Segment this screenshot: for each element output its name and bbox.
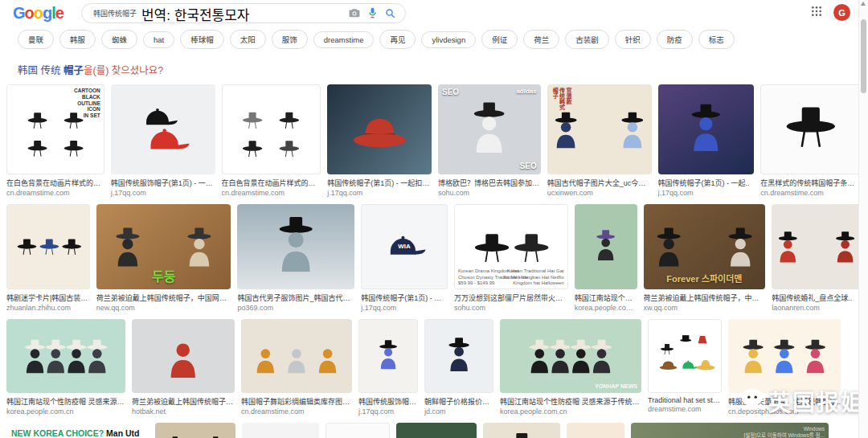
camera-icon[interactable]	[349, 8, 360, 18]
image-result[interactable]: SEOadidasSEO博格欧巴？博格巴去韩国参加活动，戴传统..sohu.co…	[438, 84, 541, 197]
scrollbar-thumb[interactable]	[861, 19, 866, 93]
google-logo[interactable]: Google	[13, 5, 63, 21]
image-result[interactable]: 韩国江南站现个性防疫帽 灵感来源于传统..korea.people.com.cn	[6, 319, 125, 415]
result-domain[interactable]: hotbak.net	[132, 407, 235, 415]
filter-chip[interactable]: 太阳	[230, 30, 266, 49]
filter-chip[interactable]: 韩服	[59, 30, 96, 49]
image-result[interactable]: 荷兰弟被迫戴上韩国传统帽子，中国网友：..hotbak.net	[132, 319, 235, 415]
result-thumbnail[interactable]: Windows [설정]으로 이동하여 Windows를 정...	[631, 423, 829, 438]
result-thumbnail[interactable]	[6, 204, 90, 289]
image-result[interactable]	[396, 423, 477, 438]
avatar[interactable]: G	[833, 4, 850, 21]
image-result[interactable]: 官道款 传统韩式 帽子韩国古代帽子图片大全_uc今日头条新..ucxinwen.…	[547, 84, 652, 197]
image-result[interactable]: Traditional hat set stock v..dreamstime.…	[648, 319, 722, 413]
result-thumbnail[interactable]: Korean Drama Kingdom Hat Choson Dynasty …	[454, 204, 568, 289]
filter-chip[interactable]: 古装剧	[565, 30, 609, 49]
result-domain[interactable]: korea.people.com.cn	[6, 407, 125, 415]
result-thumbnail[interactable]	[396, 423, 477, 438]
result-title[interactable]: 万万没想到这部僵尸片居然带火了它！_KI..	[454, 293, 568, 303]
image-result[interactable]: Forever 스파이더맨荷兰弟被迫戴上韩国传统帽子，中国网友：再见..xw.q…	[644, 204, 766, 312]
result-thumbnail[interactable]	[772, 204, 862, 289]
filter-chip[interactable]: 针织	[615, 30, 651, 49]
scroll-up-arrow[interactable]	[861, 2, 866, 6]
result-domain[interactable]: dreamstime.com	[648, 405, 722, 413]
filter-chip[interactable]: 防疫	[657, 30, 693, 49]
result-thumbnail[interactable]	[111, 84, 215, 174]
search-bar[interactable]: 韩国传统帽子 번역: 한국전통모자	[81, 3, 406, 23]
result-thumbnail[interactable]	[242, 423, 319, 438]
result-title[interactable]: 韩国传统婚礼_盘点全球..	[772, 293, 862, 303]
filter-chip[interactable]: 例证	[481, 30, 518, 49]
result-domain[interactable]: cn.dreamstime.com	[6, 189, 104, 197]
news-headline[interactable]: NEW KOREA CHOICE? Man Utd star Paul Pogb…	[6, 423, 149, 438]
result-domain[interactable]: new.qq.com	[96, 304, 231, 312]
mic-icon[interactable]	[368, 7, 377, 18]
image-result[interactable]: 韩剧迷学卡片|韩国古装剧里..zhuanlan.zhihu.com	[6, 204, 90, 312]
result-domain[interactable]: laonanren.com	[772, 304, 862, 312]
result-thumbnail[interactable]	[222, 84, 321, 174]
result-thumbnail[interactable]	[575, 204, 637, 289]
result-thumbnail[interactable]: YONHAP NEWS	[500, 319, 641, 393]
filter-chip[interactable]: 标志	[698, 30, 735, 49]
result-title[interactable]: 韩国传统服饰帽子(第1页)..	[358, 396, 418, 407]
result-thumbnail[interactable]: WIA	[361, 204, 448, 289]
filter-chip[interactable]: hat	[143, 31, 174, 48]
result-title[interactable]: 韩剧迷学卡片|韩国古装剧里..	[6, 293, 90, 303]
result-thumbnail[interactable]	[483, 423, 560, 438]
search-input[interactable]: 韩国传统帽子	[93, 8, 137, 18]
result-title[interactable]: 韩国传统帽子(第1页) - 一起扣扣网	[327, 178, 432, 188]
image-result[interactable]: YONHAP NEWS韩国江南站现个性防疫帽 灵感来源于传统书生帽-韩国..ko…	[500, 319, 641, 415]
result-thumbnail[interactable]	[760, 84, 862, 174]
image-result[interactable]	[326, 423, 390, 438]
filter-chip[interactable]: 曼联	[18, 30, 54, 49]
result-thumbnail[interactable]	[658, 84, 755, 174]
image-result[interactable]: 韩国传统服饰帽子(第1页)..j.17qq.com	[358, 319, 418, 415]
result-title[interactable]: 韩国传统服饰帽子(第1页) - 一起扣扣网	[111, 178, 215, 188]
scrollbar[interactable]	[858, 0, 868, 438]
result-domain[interactable]: cn.dreamstime.com	[222, 189, 321, 197]
result-domain[interactable]: korea.people.com.cn	[500, 407, 641, 415]
filter-chip[interactable]: ylivdesign	[421, 31, 476, 48]
image-result[interactable]: 在白色背景在动画片样式的传统韩..cn.dreamstime.com	[222, 84, 321, 197]
result-thumbnail[interactable]: 두둥	[96, 204, 231, 289]
suggestion-query[interactable]: 韩国 传统	[18, 65, 63, 76]
result-title[interactable]: 荷兰弟被迫戴上韩国传统帽子，中国网友：再见了..	[96, 293, 231, 303]
result-thumbnail[interactable]: SEOadidasSEO	[438, 84, 541, 174]
result-title[interactable]: 朝鲜帽子价格报价行情- ..	[424, 396, 493, 407]
filter-chip[interactable]: 服饰	[272, 30, 308, 49]
result-thumbnail[interactable]: 官道款 传统韩式 帽子	[547, 84, 652, 174]
result-thumbnail[interactable]	[155, 423, 235, 438]
result-thumbnail[interactable]	[241, 319, 352, 393]
image-result[interactable]: 韩国传统婚礼_盘点全球..laonanren.com	[772, 204, 862, 312]
image-result[interactable]: CARTOON BLACK OUTLINE ICON IN SET在白色背景在动…	[6, 84, 104, 197]
result-title[interactable]: 博格欧巴？博格巴去韩国参加活动，戴传统..	[438, 178, 541, 188]
result-title[interactable]: 在黑样式的传统韩国帽子条在白色..	[760, 178, 862, 188]
result-domain[interactable]: sohu.com	[438, 189, 541, 197]
image-result[interactable]: 朝鲜帽子价格报价行情- ..jd.com	[424, 319, 493, 415]
image-result[interactable]: 韩国传统帽子(第1页) - 一起扣扣网j.17qq.com	[327, 84, 432, 197]
result-domain[interactable]: xw.qq.com	[644, 304, 766, 312]
result-domain[interactable]: po369.com	[237, 304, 354, 312]
filter-chip[interactable]: 荷兰	[523, 30, 559, 49]
filter-chip[interactable]: 再见	[379, 30, 416, 49]
result-title[interactable]: 韩国江南站现个性防疫..	[575, 293, 637, 303]
result-thumbnail[interactable]	[132, 319, 235, 393]
result-title[interactable]: 韩国帽子舞蹈彩绸编辑类库存图片.图..	[241, 396, 352, 407]
search-icon[interactable]	[385, 8, 395, 18]
result-thumbnail[interactable]	[237, 204, 354, 289]
result-title[interactable]: 韩国江南站现个性防疫帽 灵感来源于传统书生帽-韩国..	[500, 396, 641, 407]
image-result[interactable]	[155, 423, 235, 438]
result-thumbnail[interactable]	[6, 319, 125, 393]
image-result[interactable]: 韩国传统服饰帽子(第1页) - 一起扣扣网j.17qq.com	[111, 84, 215, 197]
result-thumbnail[interactable]	[648, 319, 722, 393]
image-result[interactable]	[483, 423, 560, 438]
result-title[interactable]: 韩国古代男子服饰图片_韩国古代男子服饰图片..	[237, 293, 354, 303]
result-title[interactable]: 荷兰弟被迫戴上韩国传统帽子，中国网友：再见..	[644, 293, 766, 303]
image-result[interactable]: Windows [설정]으로 이동하여 Windows를 정...	[631, 423, 829, 438]
result-domain[interactable]: ucxinwen.com	[547, 189, 652, 197]
result-thumbnail[interactable]	[424, 319, 493, 393]
result-domain[interactable]: j.17qq.com	[358, 407, 418, 415]
image-result[interactable]: 韩国帽子舞蹈彩绸编辑类库存图片.图..cn.dreamstime.com	[241, 319, 352, 415]
result-domain[interactable]: j.17qq.com	[327, 189, 432, 197]
result-title[interactable]: 韩国传统帽子(第1页) - 一起..	[361, 293, 448, 303]
